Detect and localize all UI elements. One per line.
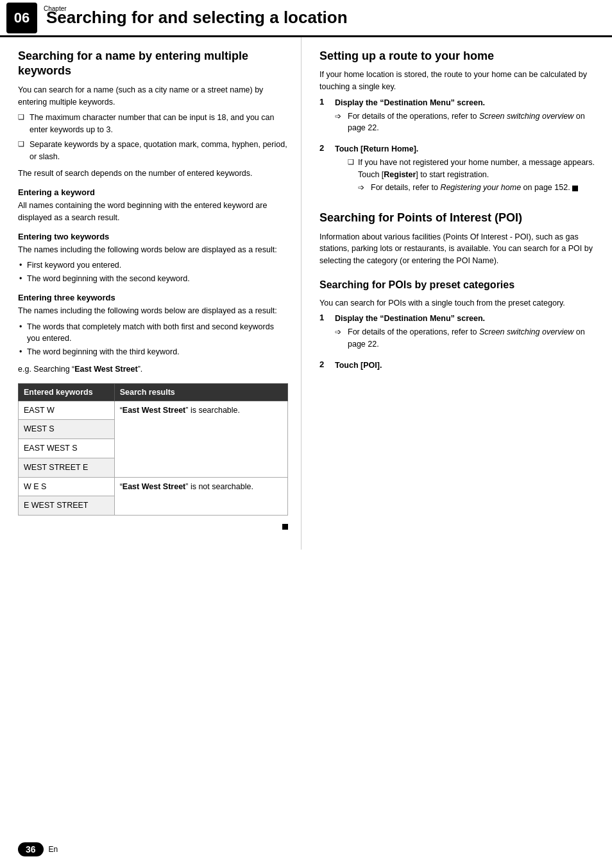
entering-two-list: First keyword you entered. The word begi… (18, 259, 288, 285)
page-title: Searching for and selecting a location (46, 8, 348, 28)
right-section1-title: Setting up a route to your home (319, 49, 599, 64)
chapter-badge: 06 (6, 3, 37, 33)
table-col1-header: Entered keywords (19, 383, 115, 401)
entering-three-list: The words that completely match with bot… (18, 321, 288, 358)
right-column: Setting up a route to your home If your … (302, 37, 612, 550)
poi-step-1-number: 1 (319, 313, 330, 322)
right-section3-title: Searching for POIs by preset categories (319, 279, 599, 292)
checkbox-list: The maximum character number that can be… (18, 112, 288, 162)
step-2-notes: If you have not registered your home num… (348, 157, 599, 194)
step-2-number: 2 (319, 143, 330, 153)
end-square-icon (282, 524, 288, 530)
main-content: Searching for a name by entering multipl… (0, 37, 612, 550)
entering-three-title: Entering three keywords (18, 293, 288, 302)
right-section3-intro: You can search for POIs with a single to… (319, 297, 599, 309)
search-table: Entered keywords Search results EAST W “… (18, 383, 288, 516)
step-1-note: For details of the operations, refer to … (335, 110, 599, 135)
result-note: The result of search depends on the numb… (18, 168, 288, 180)
step-1: 1 Display the “Destination Menu” screen.… (319, 97, 599, 138)
page-number: 36 (18, 842, 44, 856)
poi-step-1-note: For details of the operations, refer to … (335, 326, 599, 351)
table-col2-header: Search results (114, 383, 287, 401)
checkbox-item-2: Separate keywords by a space, quotation … (18, 139, 288, 163)
example-text: e.g. Searching “East West Street”. (18, 363, 288, 376)
step-2-content: Touch [Return Home]. If you have not reg… (335, 143, 599, 198)
entering-keyword-title: Entering a keyword (18, 187, 288, 197)
page-header: Chapter 06 Searching for and selecting a… (0, 0, 612, 37)
poi-step-1: 1 Display the “Destination Menu” screen.… (319, 313, 599, 354)
language-label: En (49, 845, 58, 854)
table-cell-keyword-6: E WEST STREET (19, 496, 115, 516)
entering-two-title: Entering two keywords (18, 232, 288, 241)
right-section1-intro: If your home location is stored, the rou… (319, 69, 599, 93)
table-cell-keyword-1: EAST W (19, 401, 115, 420)
step-2: 2 Touch [Return Home]. If you have not r… (319, 143, 599, 198)
left-column: Searching for a name by entering multipl… (0, 37, 302, 550)
right-section2-intro: Information about various facilities (Po… (319, 231, 599, 267)
table-cell-keyword-2: WEST S (19, 420, 115, 439)
entering-two-intro: The names including the following words … (18, 244, 288, 256)
left-section-title: Searching for a name by entering multipl… (18, 49, 288, 79)
step-2-note1-sub: For details, refer to Registering your h… (358, 182, 599, 194)
poi-step-1-content: Display the “Destination Menu” screen. F… (335, 313, 599, 354)
left-intro: You can search for a name (such as a cit… (18, 84, 288, 108)
table-row: EAST W “East West Street” is searchable. (19, 401, 288, 420)
poi-step-2-content: Touch [POI]. (335, 360, 599, 372)
table-cell-keyword-3: EAST WEST S (19, 439, 115, 458)
table-row: W E S “East West Street” is not searchab… (19, 477, 288, 496)
entering-keyword-body: All names containing the word beginning … (18, 200, 288, 224)
table-cell-keyword-5: W E S (19, 477, 115, 496)
right-section2-title: Searching for Points of Interest (POI) (319, 211, 599, 225)
three-item-2: The word beginning with the third keywor… (18, 346, 288, 358)
step-2-note1: If you have not registered your home num… (348, 157, 599, 194)
step-1-number: 1 (319, 97, 330, 107)
table-cell-result-1: “East West Street” is searchable. (114, 401, 287, 477)
two-item-1: First keyword you entered. (18, 259, 288, 272)
three-item-1: The words that completely match with bot… (18, 321, 288, 345)
end-square-icon2 (572, 186, 578, 191)
table-cell-result-2: “East West Street” is not searchable. (114, 477, 287, 516)
checkbox-item-1: The maximum character number that can be… (18, 112, 288, 136)
poi-step-2-number: 2 (319, 360, 330, 369)
step-1-label: Display the “Destination Menu” screen. (335, 98, 485, 107)
example-bold: East West Street (74, 365, 137, 374)
step-2-label: Touch [Return Home]. (335, 144, 418, 153)
table-cell-keyword-4: WEST STREET E (19, 458, 115, 477)
entering-three-intro: The names including the following words … (18, 305, 288, 317)
two-item-2: The word beginning with the second keywo… (18, 273, 288, 285)
left-end-marker (18, 521, 288, 533)
poi-step-1-label: Display the “Destination Menu” screen. (335, 314, 485, 323)
step-1-content: Display the “Destination Menu” screen. F… (335, 97, 599, 138)
page-footer: 36 En (0, 842, 612, 856)
poi-step-2: 2 Touch [POI]. (319, 360, 599, 372)
poi-step-2-label: Touch [POI]. (335, 361, 382, 370)
chapter-label: Chapter (44, 5, 67, 12)
